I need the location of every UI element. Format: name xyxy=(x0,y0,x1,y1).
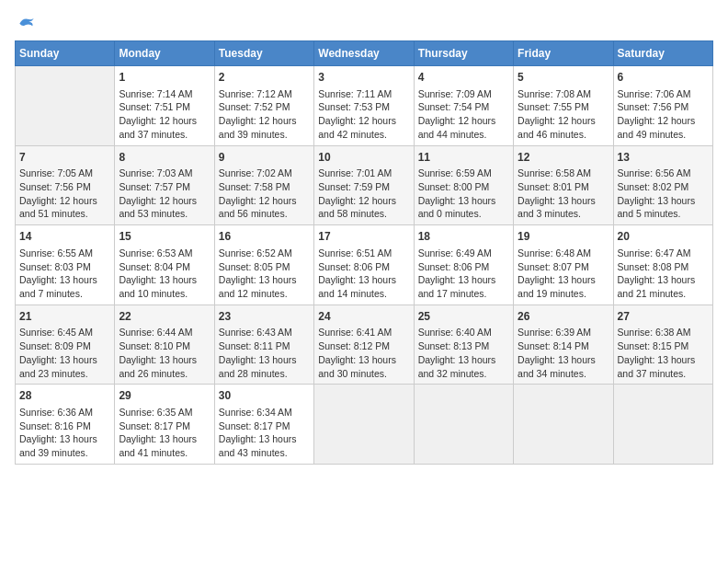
calendar-table: SundayMondayTuesdayWednesdayThursdayFrid… xyxy=(15,40,713,465)
day-info: Sunrise: 7:06 AMSunset: 7:56 PMDaylight:… xyxy=(618,87,709,142)
day-info: Sunrise: 6:40 AMSunset: 8:13 PMDaylight:… xyxy=(418,326,509,380)
calendar-cell xyxy=(314,385,414,465)
calendar-cell: 8Sunrise: 7:03 AMSunset: 7:57 PMDaylight… xyxy=(115,145,214,225)
day-header-saturday: Saturday xyxy=(613,41,712,66)
day-info: Sunrise: 6:47 AMSunset: 8:08 PMDaylight:… xyxy=(618,247,709,301)
day-number: 2 xyxy=(219,70,310,86)
calendar-cell: 20Sunrise: 6:47 AMSunset: 8:08 PMDayligh… xyxy=(613,225,712,305)
day-number: 15 xyxy=(119,229,210,245)
day-info: Sunrise: 6:59 AMSunset: 8:00 PMDaylight:… xyxy=(418,167,509,221)
day-header-tuesday: Tuesday xyxy=(214,41,313,66)
day-info: Sunrise: 7:05 AMSunset: 7:56 PMDaylight:… xyxy=(19,167,110,221)
calendar-cell: 28Sunrise: 6:36 AMSunset: 8:16 PMDayligh… xyxy=(16,385,115,465)
page-header xyxy=(15,15,713,33)
calendar-cell: 19Sunrise: 6:48 AMSunset: 8:07 PMDayligh… xyxy=(514,225,613,305)
calendar-cell: 10Sunrise: 7:01 AMSunset: 7:59 PMDayligh… xyxy=(314,145,414,225)
calendar-cell: 21Sunrise: 6:45 AMSunset: 8:09 PMDayligh… xyxy=(16,304,115,385)
day-number: 19 xyxy=(518,229,609,245)
calendar-cell: 18Sunrise: 6:49 AMSunset: 8:06 PMDayligh… xyxy=(414,225,513,305)
calendar-cell: 30Sunrise: 6:34 AMSunset: 8:17 PMDayligh… xyxy=(214,385,313,465)
calendar-cell: 2Sunrise: 7:12 AMSunset: 7:52 PMDaylight… xyxy=(214,66,313,146)
day-header-thursday: Thursday xyxy=(414,41,513,66)
day-number: 9 xyxy=(219,150,310,166)
calendar-cell: 13Sunrise: 6:56 AMSunset: 8:02 PMDayligh… xyxy=(613,145,712,225)
day-info: Sunrise: 6:38 AMSunset: 8:15 PMDaylight:… xyxy=(618,326,709,380)
day-number: 27 xyxy=(618,309,709,325)
day-info: Sunrise: 6:49 AMSunset: 8:06 PMDaylight:… xyxy=(418,247,509,301)
calendar-week-row: 7Sunrise: 7:05 AMSunset: 7:56 PMDaylight… xyxy=(16,145,713,225)
calendar-cell xyxy=(613,385,712,465)
day-info: Sunrise: 6:51 AMSunset: 8:06 PMDaylight:… xyxy=(318,247,409,301)
day-info: Sunrise: 6:55 AMSunset: 8:03 PMDaylight:… xyxy=(19,247,110,301)
calendar-cell: 16Sunrise: 6:52 AMSunset: 8:05 PMDayligh… xyxy=(214,225,313,305)
day-number: 12 xyxy=(518,150,609,166)
calendar-cell: 6Sunrise: 7:06 AMSunset: 7:56 PMDaylight… xyxy=(613,66,712,146)
calendar-cell: 15Sunrise: 6:53 AMSunset: 8:04 PMDayligh… xyxy=(115,225,214,305)
day-info: Sunrise: 6:45 AMSunset: 8:09 PMDaylight:… xyxy=(19,326,110,380)
day-info: Sunrise: 6:39 AMSunset: 8:14 PMDaylight:… xyxy=(518,326,609,380)
day-number: 24 xyxy=(318,309,409,325)
day-number: 6 xyxy=(618,70,709,86)
day-info: Sunrise: 7:14 AMSunset: 7:51 PMDaylight:… xyxy=(119,87,210,142)
day-info: Sunrise: 7:11 AMSunset: 7:53 PMDaylight:… xyxy=(318,87,409,142)
calendar-cell xyxy=(16,66,115,146)
calendar-cell: 26Sunrise: 6:39 AMSunset: 8:14 PMDayligh… xyxy=(514,304,613,385)
calendar-header-row: SundayMondayTuesdayWednesdayThursdayFrid… xyxy=(16,41,713,66)
calendar-cell: 7Sunrise: 7:05 AMSunset: 7:56 PMDaylight… xyxy=(16,145,115,225)
day-number: 21 xyxy=(19,309,110,325)
calendar-cell: 4Sunrise: 7:09 AMSunset: 7:54 PMDaylight… xyxy=(414,66,513,146)
day-number: 5 xyxy=(518,70,609,86)
day-number: 10 xyxy=(318,150,409,166)
calendar-cell: 1Sunrise: 7:14 AMSunset: 7:51 PMDaylight… xyxy=(115,66,214,146)
day-number: 3 xyxy=(318,70,409,86)
day-number: 16 xyxy=(219,229,310,245)
logo-bird-icon xyxy=(17,15,35,33)
day-header-monday: Monday xyxy=(115,41,214,66)
day-number: 11 xyxy=(418,150,509,166)
calendar-week-row: 1Sunrise: 7:14 AMSunset: 7:51 PMDaylight… xyxy=(16,66,713,146)
calendar-cell: 24Sunrise: 6:41 AMSunset: 8:12 PMDayligh… xyxy=(314,304,414,385)
calendar-cell: 23Sunrise: 6:43 AMSunset: 8:11 PMDayligh… xyxy=(214,304,313,385)
day-number: 17 xyxy=(318,229,409,245)
day-info: Sunrise: 6:56 AMSunset: 8:02 PMDaylight:… xyxy=(618,167,709,221)
day-number: 14 xyxy=(19,229,110,245)
day-number: 22 xyxy=(119,309,210,325)
calendar-cell xyxy=(414,385,513,465)
calendar-cell: 22Sunrise: 6:44 AMSunset: 8:10 PMDayligh… xyxy=(115,304,214,385)
day-info: Sunrise: 6:58 AMSunset: 8:01 PMDaylight:… xyxy=(518,167,609,221)
day-info: Sunrise: 7:01 AMSunset: 7:59 PMDaylight:… xyxy=(318,167,409,221)
day-number: 20 xyxy=(618,229,709,245)
calendar-week-row: 28Sunrise: 6:36 AMSunset: 8:16 PMDayligh… xyxy=(16,385,713,465)
day-number: 23 xyxy=(219,309,310,325)
day-info: Sunrise: 6:36 AMSunset: 8:16 PMDaylight:… xyxy=(19,406,110,460)
calendar-cell: 14Sunrise: 6:55 AMSunset: 8:03 PMDayligh… xyxy=(16,225,115,305)
day-info: Sunrise: 7:03 AMSunset: 7:57 PMDaylight:… xyxy=(119,167,210,221)
calendar-cell: 29Sunrise: 6:35 AMSunset: 8:17 PMDayligh… xyxy=(115,385,214,465)
calendar-cell: 25Sunrise: 6:40 AMSunset: 8:13 PMDayligh… xyxy=(414,304,513,385)
day-info: Sunrise: 7:09 AMSunset: 7:54 PMDaylight:… xyxy=(418,87,509,142)
day-number: 25 xyxy=(418,309,509,325)
day-info: Sunrise: 6:34 AMSunset: 8:17 PMDaylight:… xyxy=(219,406,310,460)
calendar-cell: 12Sunrise: 6:58 AMSunset: 8:01 PMDayligh… xyxy=(514,145,613,225)
calendar-cell: 9Sunrise: 7:02 AMSunset: 7:58 PMDaylight… xyxy=(214,145,313,225)
day-info: Sunrise: 7:08 AMSunset: 7:55 PMDaylight:… xyxy=(518,87,609,142)
day-info: Sunrise: 7:12 AMSunset: 7:52 PMDaylight:… xyxy=(219,87,310,142)
calendar-cell: 17Sunrise: 6:51 AMSunset: 8:06 PMDayligh… xyxy=(314,225,414,305)
day-info: Sunrise: 6:53 AMSunset: 8:04 PMDaylight:… xyxy=(119,247,210,301)
calendar-cell: 11Sunrise: 6:59 AMSunset: 8:00 PMDayligh… xyxy=(414,145,513,225)
day-info: Sunrise: 6:52 AMSunset: 8:05 PMDaylight:… xyxy=(219,247,310,301)
calendar-cell: 27Sunrise: 6:38 AMSunset: 8:15 PMDayligh… xyxy=(613,304,712,385)
calendar-week-row: 21Sunrise: 6:45 AMSunset: 8:09 PMDayligh… xyxy=(16,304,713,385)
day-number: 30 xyxy=(219,388,310,404)
day-header-wednesday: Wednesday xyxy=(314,41,414,66)
day-info: Sunrise: 6:43 AMSunset: 8:11 PMDaylight:… xyxy=(219,326,310,380)
day-info: Sunrise: 7:02 AMSunset: 7:58 PMDaylight:… xyxy=(219,167,310,221)
day-info: Sunrise: 6:48 AMSunset: 8:07 PMDaylight:… xyxy=(518,247,609,301)
day-number: 8 xyxy=(119,150,210,166)
day-info: Sunrise: 6:44 AMSunset: 8:10 PMDaylight:… xyxy=(119,326,210,380)
day-number: 7 xyxy=(19,150,110,166)
day-info: Sunrise: 6:41 AMSunset: 8:12 PMDaylight:… xyxy=(318,326,409,380)
day-header-friday: Friday xyxy=(514,41,613,66)
calendar-week-row: 14Sunrise: 6:55 AMSunset: 8:03 PMDayligh… xyxy=(16,225,713,305)
calendar-cell: 5Sunrise: 7:08 AMSunset: 7:55 PMDaylight… xyxy=(514,66,613,146)
